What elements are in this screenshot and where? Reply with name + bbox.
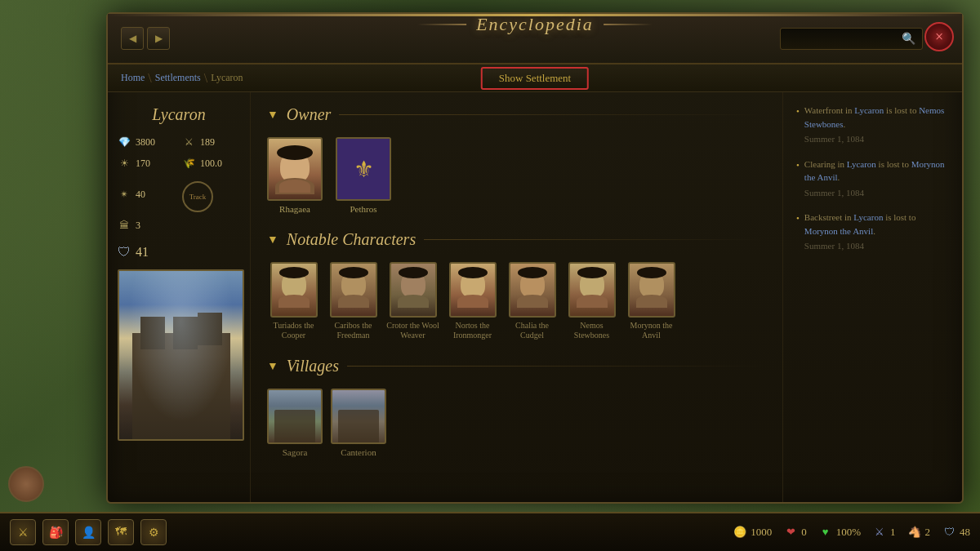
taskbar: ⚔ 🎒 👤 🗺 ⚙ 🪙 1000 ❤ 0 ♥ 100% ⚔ 1 🐴 2 🛡 48 [0,512,980,551]
taskbar-icon-2[interactable]: 🎒 [42,519,69,545]
village-card-0[interactable]: Sagora [267,389,323,457]
pethros-portrait: ⚜ [336,137,391,201]
nav-forward-button[interactable]: ▶ [147,27,170,50]
character-card-6[interactable]: Morynon the Anvil [625,262,678,340]
player-avatar[interactable] [8,466,44,502]
breadcrumb-settlements[interactable]: Settlements [155,72,201,84]
food-icon: 🌾 [182,157,195,170]
char-name-0: Turiados the Cooper [267,321,320,340]
news-location-2[interactable]: Lycaron [853,212,883,222]
stats-panel: Lycaron 💎 3800 ⚔ 189 ☀ 170 🌾 100.0 [108,92,251,502]
news-container: • Waterfront in Lycaron is lost to Nemos… [796,104,949,253]
owner-row: Rhagaea ⚜ Pethros [267,137,766,214]
search-icon: 🔍 [902,32,915,46]
notable-chevron[interactable]: ▼ [267,233,278,247]
taskbar-right: 🪙 1000 ❤ 0 ♥ 100% ⚔ 1 🐴 2 🛡 48 [733,525,970,540]
rhagaea-portrait [267,137,323,201]
settlement-image [118,269,244,441]
castle-shape [132,333,230,439]
breadcrumb-bar: Home \ Settlements \ Lycaron Show Settle… [108,64,962,92]
nav-back-button[interactable]: ◀ [121,27,144,50]
village-name-0: Sagora [283,447,308,457]
troops-stat: ⚔ 1 [872,525,896,540]
pethros-name: Pethros [350,204,377,214]
character-card-0[interactable]: Turiados the Cooper [267,262,320,340]
village-name-1: Canterion [341,447,376,457]
owner-section-header: ▼ Owner [267,105,766,124]
character-card-4[interactable]: Chalia the Cudgel [506,262,559,340]
food-value: 100.0 [200,158,222,170]
news-person-2[interactable]: Morynon the Anvil [804,226,873,236]
close-button[interactable]: × [924,22,954,51]
taskbar-icon-1[interactable]: ⚔ [10,519,36,545]
rhagaea-name: Rhagaea [279,204,310,214]
news-location-1[interactable]: Lycaron [847,159,876,169]
villages-section-title: Villages [287,357,339,375]
news-text-0: Waterfront in Lycaron is lost to Nemos S… [804,104,949,146]
track-circle[interactable]: Track [182,181,213,212]
buildings-value: 3 [136,220,140,232]
loyalty-stat: ☀ 170 [118,157,176,170]
prosperity-value: 3800 [136,136,155,149]
character-card-2[interactable]: Crotor the Wool Weaver [386,262,439,340]
villages-chevron[interactable]: ▼ [267,360,278,373]
settlement-name: Lycaron [118,105,240,124]
character-card-1[interactable]: Caribos the Freedman [327,262,380,340]
morale-stat: ♥ 100% [818,525,861,540]
news-item-1: • Clearing in Lycaron is lost to Morynon… [796,158,949,200]
news-location-0[interactable]: Lycaron [854,105,884,115]
villages-section-header: ▼ Villages [267,357,766,375]
track-label: Track [189,193,207,201]
panel-title: Encyclopedia [476,14,594,35]
news-bullet-1: • [796,158,800,200]
taskbar-icon-3[interactable]: 👤 [75,519,101,545]
news-text-1: Clearing in Lycaron is lost to Morynon t… [804,158,949,200]
news-date-0: Summer 1, 1084 [804,132,949,146]
taskbar-left: ⚔ 🎒 👤 🗺 ⚙ [0,519,176,545]
loyalty-icon: ☀ [118,157,131,170]
village-img-1 [331,389,386,444]
hearths-value: 40 [136,189,145,201]
character-card-5[interactable]: Nemos Stewbones [565,262,618,340]
taskbar-icon-4[interactable]: 🗺 [108,519,134,545]
char-name-3: Nortos the Ironmonger [446,321,499,340]
news-panel: • Waterfront in Lycaron is lost to Nemos… [782,92,962,502]
search-box[interactable]: 🔍 [780,28,923,50]
char-name-4: Chalia the Cudgel [506,321,559,340]
owner-character-pethros[interactable]: ⚜ Pethros [336,137,391,214]
infantry-stat: 🛡 48 [942,525,970,540]
char-name-6: Morynon the Anvil [625,321,678,340]
owner-chevron[interactable]: ▼ [267,109,278,122]
search-input[interactable] [787,33,902,45]
news-date-1: Summer 1, 1084 [804,186,949,200]
char-portrait-6 [628,262,675,318]
breadcrumb-home[interactable]: Home [121,72,145,84]
nav-arrows: ◀ ▶ [121,27,170,50]
characters-row: Turiados the Cooper Caribos the Freedman… [267,262,766,340]
village-img-0 [267,389,323,444]
militia-value: 189 [200,136,215,149]
char-portrait-4 [509,262,556,318]
notable-section-line [424,239,766,240]
news-date-2: Summer 1, 1084 [804,239,949,253]
char-name-1: Caribos the Freedman [327,321,380,340]
garrison-value: 41 [136,245,149,260]
breadcrumb-current: Lycaron [211,72,243,84]
prosperity-icon: 💎 [118,136,131,149]
news-item-2: • Backstreet in Lycaron is lost to Moryn… [796,211,949,253]
hearths-stat: ✴ 40 [118,178,176,211]
character-card-3[interactable]: Nortos the Ironmonger [446,262,499,340]
shield-icon: 🛡 [118,245,131,260]
emblem-symbol: ⚜ [354,156,374,183]
taskbar-icon-5[interactable]: ⚙ [140,519,167,545]
militia-stat: ⚔ 189 [182,136,240,149]
villages-section-line [347,366,766,367]
notable-section-header: ▼ Notable Characters [267,230,766,249]
panel-body: Lycaron 💎 3800 ⚔ 189 ☀ 170 🌾 100.0 [108,92,962,502]
owner-character-rhagaea[interactable]: Rhagaea [267,137,323,214]
encyclopedia-panel: ◀ ▶ Encyclopedia 🔍 × Home \ Settlements … [106,12,964,504]
gold-stat: 🪙 1000 [733,525,772,540]
village-card-1[interactable]: Canterion [331,389,386,457]
show-settlement-button[interactable]: Show Settlement [481,67,589,90]
char-name-2: Crotor the Wool Weaver [386,321,439,340]
